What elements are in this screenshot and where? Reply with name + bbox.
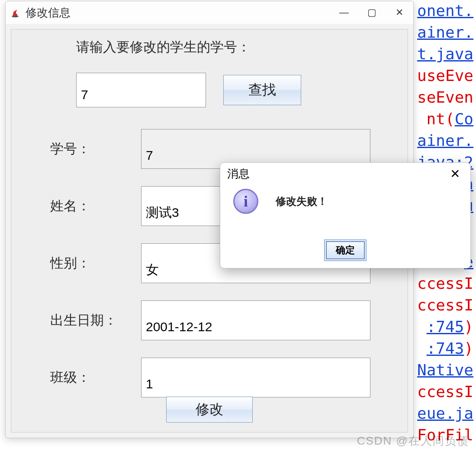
minimize-button[interactable]: — [330, 1, 358, 24]
modify-button[interactable]: 修改 [166, 397, 253, 423]
search-button[interactable]: 查找 [223, 75, 301, 105]
input-student-id [145, 148, 367, 163]
titlebar[interactable]: 修改信息 — ▢ ✕ [6, 1, 413, 24]
minimize-icon: — [339, 7, 349, 18]
search-row: 查找 [76, 73, 301, 107]
label-student-id: 学号： [46, 140, 141, 158]
dialog-close-button[interactable]: ✕ [446, 165, 463, 182]
field-class[interactable] [141, 358, 370, 397]
dialog-message: 修改失败！ [276, 194, 328, 208]
input-class[interactable] [145, 376, 367, 392]
dialog-actions: 确定 [220, 241, 470, 259]
info-glyph: i [244, 192, 248, 210]
maximize-icon: ▢ [367, 7, 376, 18]
label-name: 姓名： [46, 197, 141, 215]
close-button[interactable]: ✕ [386, 1, 413, 24]
watermark: CSDN @在人间负债 [357, 433, 469, 449]
svg-point-0 [12, 16, 19, 17]
label-sex: 性别： [46, 254, 141, 272]
message-dialog[interactable]: 消息 ✕ i 修改失败！ 确定 [220, 162, 471, 268]
row-class: 班级： [46, 358, 370, 397]
dialog-titlebar[interactable]: 消息 ✕ [220, 163, 470, 184]
dialog-title: 消息 [227, 166, 250, 181]
dialog-ok-button[interactable]: 确定 [326, 241, 365, 259]
window-buttons: — ▢ ✕ [330, 1, 413, 24]
row-dob: 出生日期： [46, 300, 370, 340]
label-class: 班级： [46, 368, 141, 387]
input-dob[interactable] [145, 319, 367, 335]
close-icon: ✕ [450, 167, 460, 181]
java-app-icon [9, 6, 21, 19]
dialog-body: i 修改失败！ [220, 184, 470, 214]
maximize-button[interactable]: ▢ [358, 1, 386, 24]
prompt-label: 请输入要修改的学生的学号： [76, 38, 251, 56]
student-id-search-field[interactable] [80, 87, 202, 103]
window-title: 修改信息 [26, 5, 71, 20]
close-icon: ✕ [396, 7, 403, 18]
label-dob: 出生日期： [46, 311, 141, 329]
info-icon: i [233, 189, 258, 214]
student-id-search-input[interactable] [76, 73, 206, 107]
field-dob[interactable] [141, 300, 370, 340]
submit-row: 修改 [11, 397, 408, 423]
